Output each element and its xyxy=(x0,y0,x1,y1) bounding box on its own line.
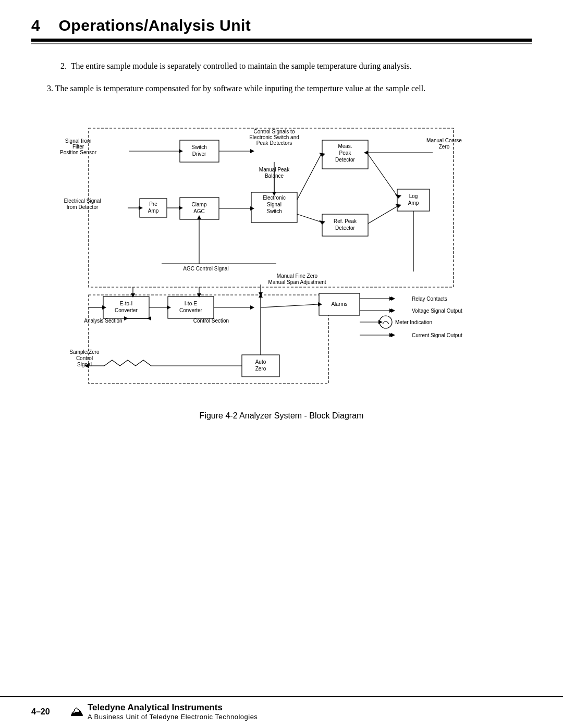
svg-text:Control: Control xyxy=(76,355,93,361)
svg-text:Clamp: Clamp xyxy=(192,202,207,207)
svg-text:AGC: AGC xyxy=(193,208,205,214)
svg-text:Amp: Amp xyxy=(148,208,159,214)
paragraph-3-block: 3. The sample is temperature compensated… xyxy=(42,82,521,95)
svg-text:Meter  Indication: Meter Indication xyxy=(395,319,432,325)
figure-caption-text: Figure 4-2 Analyzer System - Block Diagr… xyxy=(200,411,364,420)
page-number-text: 4–20 xyxy=(31,707,50,716)
page-header: 4 Operations/Analysis Unit xyxy=(0,0,563,44)
svg-text:from   Detector: from Detector xyxy=(67,204,99,210)
svg-text:Sample/Zero: Sample/Zero xyxy=(69,349,100,355)
chapter-title: Operations/Analysis Unit xyxy=(59,17,251,34)
svg-text:Switch: Switch xyxy=(266,208,282,214)
svg-text:Ref. Peak: Ref. Peak xyxy=(334,218,357,224)
diagram-wrapper: text { font-family: Arial, Helvetica, sa… xyxy=(42,110,521,421)
svg-text:E-to-I: E-to-I xyxy=(120,301,132,306)
svg-text:Balance: Balance xyxy=(265,173,284,179)
footer-subtitle: A Business Unit of Teledyne Electronic T… xyxy=(88,713,258,721)
svg-text:Signal: Signal xyxy=(77,362,92,367)
company-name-text: Teledyne Analytical Instruments xyxy=(88,702,223,712)
svg-text:Auto: Auto xyxy=(255,359,266,365)
svg-text:Zero: Zero xyxy=(255,366,266,372)
paragraph-2-text: 2. The entire sample module is separatel… xyxy=(60,60,521,73)
block-diagram: text { font-family: Arial, Helvetica, sa… xyxy=(47,110,516,402)
svg-text:Manual  Fine  Zero: Manual Fine Zero xyxy=(277,273,318,279)
svg-text:Manual  Coarse: Manual Coarse xyxy=(426,138,462,143)
svg-text:Converter: Converter xyxy=(115,307,138,313)
svg-text:Detector: Detector xyxy=(335,225,355,231)
footer-company-name: Teledyne Analytical Instruments xyxy=(88,702,258,713)
svg-text:Amp: Amp xyxy=(408,200,419,206)
main-content: 2. The entire sample module is separatel… xyxy=(0,44,563,696)
paragraph-2-content: The entire sample module is separately c… xyxy=(71,61,412,70)
page-footer: 4–20 ⛰ Teledyne Analytical Instruments A… xyxy=(0,696,563,728)
footer-logo: ⛰ Teledyne Analytical Instruments A Busi… xyxy=(70,702,258,721)
subtitle-text: A Business Unit of Teledyne Electronic T… xyxy=(88,713,258,721)
svg-text:Driver: Driver xyxy=(192,151,206,157)
svg-text:Electrical  Signal: Electrical Signal xyxy=(64,198,101,204)
svg-text:Analysis  Section: Analysis Section xyxy=(84,318,122,324)
svg-text:Position  Sensor: Position Sensor xyxy=(60,150,97,155)
svg-text:Signal: Signal xyxy=(267,202,282,207)
svg-text:Relay  Contacts: Relay Contacts xyxy=(412,296,447,302)
svg-text:Peak  Detectors: Peak Detectors xyxy=(256,140,292,146)
svg-text:Alarms: Alarms xyxy=(331,301,347,307)
svg-text:Zero: Zero xyxy=(439,144,450,150)
footer-page-number: 4–20 xyxy=(31,707,63,717)
svg-text:Pre: Pre xyxy=(149,201,157,207)
svg-text:Converter: Converter xyxy=(179,307,203,313)
block-diagram-svg: text { font-family: Arial, Helvetica, sa… xyxy=(47,110,516,402)
svg-text:Manual  Peak: Manual Peak xyxy=(259,167,290,172)
header-rule-thick xyxy=(31,39,532,42)
svg-text:Voltage  Signal  Output: Voltage Signal Output xyxy=(412,308,462,314)
svg-text:AGC  Control  Signal: AGC Control Signal xyxy=(183,266,228,272)
svg-text:Control  Signals  to: Control Signals to xyxy=(254,129,295,134)
footer-text-block: Teledyne Analytical Instruments A Busine… xyxy=(88,702,258,721)
svg-text:Control  Section: Control Section xyxy=(193,318,229,324)
teledyne-logo-icon: ⛰ xyxy=(70,704,83,720)
svg-text:Meas.: Meas. xyxy=(338,143,352,149)
figure-caption: Figure 4-2 Analyzer System - Block Diagr… xyxy=(200,411,364,421)
paragraph-3-content: The sample is temperature compensated fo… xyxy=(55,84,425,93)
svg-text:Current  Signal  Output: Current Signal Output xyxy=(412,332,462,338)
paragraph-3-text: 3. The sample is temperature compensated… xyxy=(47,82,521,95)
svg-text:Log: Log xyxy=(409,193,418,199)
page-container: 4 Operations/Analysis Unit 2. The entire… xyxy=(0,0,563,728)
chapter-number: 4 xyxy=(31,17,40,34)
paragraph-2-block: 2. The entire sample module is separatel… xyxy=(42,60,521,73)
svg-text:Signal  from: Signal from xyxy=(65,138,92,144)
svg-text:Switch: Switch xyxy=(191,144,206,150)
svg-text:Manual  Span  Adjustment: Manual Span Adjustment xyxy=(268,279,326,285)
svg-text:Electronic  Switch  and: Electronic Switch and xyxy=(249,134,299,140)
svg-text:Peak: Peak xyxy=(339,150,352,156)
svg-text:Filter: Filter xyxy=(72,144,84,150)
svg-text:Detector: Detector xyxy=(335,157,355,163)
page-title: 4 Operations/Analysis Unit xyxy=(31,17,532,34)
svg-text:I-to-E: I-to-E xyxy=(185,301,198,306)
